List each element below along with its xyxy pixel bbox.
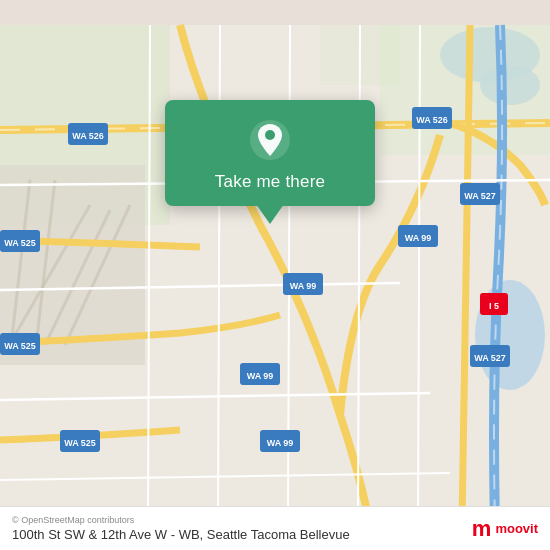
svg-text:WA 526: WA 526 [72, 131, 104, 141]
svg-text:WA 99: WA 99 [247, 371, 274, 381]
bottom-bar: © OpenStreetMap contributors 100th St SW… [0, 506, 550, 550]
svg-text:WA 99: WA 99 [405, 233, 432, 243]
map-svg: WA 526 WA 526 WA 527 WA 527 WA 99 WA 99 … [0, 0, 550, 550]
bottom-bar-left: © OpenStreetMap contributors 100th St SW… [12, 515, 350, 542]
svg-text:I 5: I 5 [489, 301, 499, 311]
svg-text:WA 527: WA 527 [464, 191, 496, 201]
svg-text:WA 527: WA 527 [474, 353, 506, 363]
moovit-logo: m moovit [472, 516, 538, 542]
address-text: 100th St SW & 12th Ave W - WB, Seattle T… [12, 527, 350, 542]
svg-text:WA 525: WA 525 [64, 438, 96, 448]
copyright-text: © OpenStreetMap contributors [12, 515, 350, 525]
moovit-m-icon: m [472, 516, 492, 542]
moovit-text: moovit [495, 521, 538, 536]
popup-card: Take me there [165, 100, 375, 206]
svg-text:WA 99: WA 99 [267, 438, 294, 448]
svg-text:WA 525: WA 525 [4, 238, 36, 248]
map-container: WA 526 WA 526 WA 527 WA 527 WA 99 WA 99 … [0, 0, 550, 550]
svg-text:WA 525: WA 525 [4, 341, 36, 351]
svg-point-49 [265, 130, 275, 140]
svg-text:WA 526: WA 526 [416, 115, 448, 125]
take-me-there-button[interactable]: Take me there [211, 170, 329, 194]
svg-text:WA 99: WA 99 [290, 281, 317, 291]
location-pin-icon [248, 118, 292, 162]
